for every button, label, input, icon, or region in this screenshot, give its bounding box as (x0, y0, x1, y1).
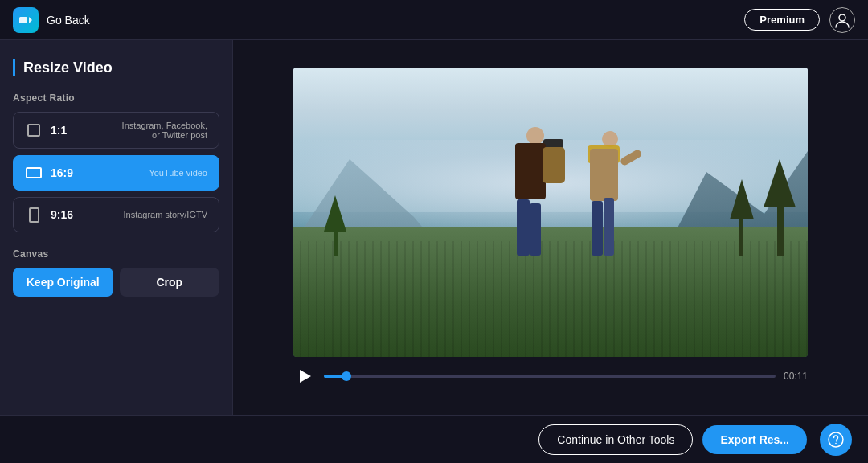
crop-button[interactable]: Crop (120, 268, 220, 297)
aspect-desc-16-9: YouTube video (149, 168, 207, 178)
canvas-label: Canvas (13, 248, 219, 260)
aspect-option-9-16-left: 9:16 (25, 206, 73, 223)
svg-marker-1 (29, 17, 32, 23)
play-icon (300, 370, 311, 383)
progress-bar[interactable] (324, 375, 776, 378)
p1-right-leg (530, 203, 541, 256)
svg-point-3 (829, 432, 843, 447)
aspect-ratio-label: Aspect Ratio (13, 92, 219, 104)
aspect-ratio-16-9-text: 16:9 (51, 166, 73, 179)
aspect-option-1-1-left: 1:1 (25, 121, 67, 139)
header: Go Back Premium (0, 0, 868, 40)
export-button[interactable]: Export Res... (702, 425, 807, 454)
continue-button[interactable]: Continue in Other Tools (538, 424, 693, 455)
video-area: 00:11 (233, 40, 868, 415)
person-scarf (583, 131, 636, 256)
video-container (293, 68, 808, 357)
keep-original-button[interactable]: Keep Original (13, 268, 113, 297)
person-group (499, 95, 644, 256)
p2-body (590, 149, 618, 201)
aspect-desc-1-1: Instagram, Facebook, or Twitter post (122, 121, 207, 140)
svg-rect-0 (19, 17, 27, 23)
app-icon (13, 7, 39, 33)
premium-button[interactable]: Premium (744, 9, 820, 31)
svg-point-2 (839, 14, 845, 21)
square-aspect-icon (25, 121, 43, 139)
bottom-bar: Continue in Other Tools Export Res... (0, 415, 868, 463)
p1-left-leg (517, 199, 530, 256)
header-left: Go Back (13, 7, 90, 33)
video-scene (293, 68, 808, 357)
p1-head (526, 127, 544, 145)
aspect-ratio-9-16-text: 9:16 (51, 208, 73, 221)
main-layout: Resize Video Aspect Ratio 1:1 Instagram,… (0, 40, 868, 415)
canvas-buttons: Keep Original Crop (13, 268, 219, 297)
play-button[interactable] (293, 365, 316, 387)
header-right: Premium (744, 7, 855, 33)
sidebar-title: Resize Video (13, 59, 219, 76)
aspect-option-16-9[interactable]: 16:9 YouTube video (13, 155, 219, 191)
wide-aspect-icon (25, 164, 43, 182)
p2-head (602, 131, 618, 147)
tall-aspect-icon (25, 206, 43, 223)
help-button[interactable] (820, 424, 852, 456)
progress-dot (342, 371, 351, 381)
aspect-ratio-1-1-text: 1:1 (51, 124, 67, 137)
sidebar: Resize Video Aspect Ratio 1:1 Instagram,… (0, 40, 233, 415)
aspect-option-16-9-left: 16:9 (25, 164, 73, 182)
aspect-option-1-1[interactable]: 1:1 Instagram, Facebook, or Twitter post (13, 112, 219, 149)
p2-right-leg (604, 198, 614, 256)
video-controls: 00:11 (293, 365, 808, 387)
aspect-desc-9-16: Instagram story/IGTV (123, 210, 207, 219)
person-photographer (507, 127, 563, 256)
p2-left-leg (592, 201, 603, 256)
aspect-option-9-16[interactable]: 9:16 Instagram story/IGTV (13, 197, 219, 232)
time-display: 00:11 (784, 371, 808, 382)
ground-texture (293, 241, 808, 357)
user-avatar[interactable] (829, 7, 855, 33)
go-back-link[interactable]: Go Back (47, 14, 90, 27)
p1-backpack (542, 147, 565, 183)
p2-arm (620, 149, 643, 167)
canvas-section: Canvas Keep Original Crop (13, 248, 219, 297)
svg-point-4 (835, 442, 837, 444)
p1-body (515, 143, 546, 199)
